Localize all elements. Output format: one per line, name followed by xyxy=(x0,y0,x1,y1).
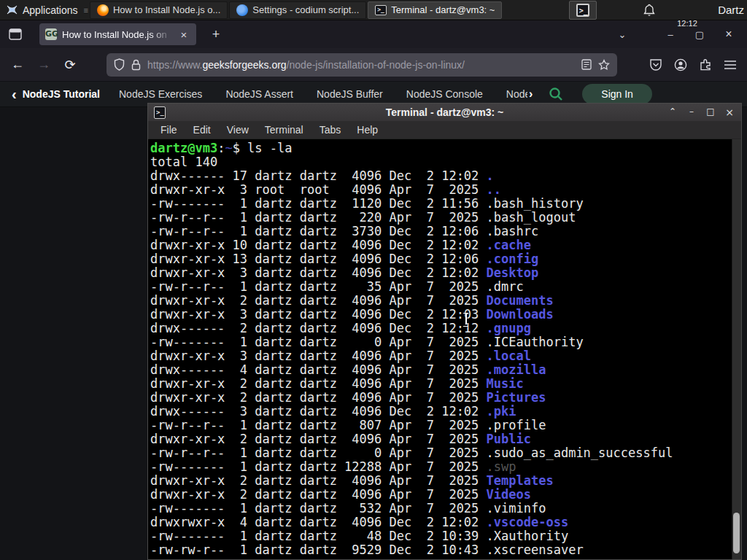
window-button-2[interactable]: >_Terminal - dartz@vm3: ~ xyxy=(368,1,502,19)
account-icon[interactable] xyxy=(674,58,687,71)
chevron-left-icon[interactable]: ‹ xyxy=(12,89,17,99)
terminal-icon: >_ xyxy=(375,5,387,15)
terminal-scrollbar[interactable] xyxy=(732,139,741,559)
terminal-content[interactable]: dartz@vm3:~$ ls -la total 140 drwx------… xyxy=(148,139,741,559)
forward-button[interactable]: → xyxy=(32,54,55,76)
text-cursor-pointer xyxy=(462,312,469,326)
new-tab-button[interactable]: + xyxy=(206,25,225,44)
chevron-right-icon[interactable]: › xyxy=(529,88,533,101)
terminal-window: >_ Terminal - dartz@vm3: ~ ⌃ – □ × FileE… xyxy=(147,103,742,560)
terminal-close-button[interactable]: × xyxy=(724,106,735,118)
firefox-view-icon[interactable] xyxy=(4,24,26,44)
terminal-menu-help[interactable]: Help xyxy=(350,122,384,137)
reload-button[interactable]: ⟳ xyxy=(58,54,82,76)
terminal-maximize-button[interactable]: □ xyxy=(705,106,716,118)
bookmark-star-icon[interactable] xyxy=(598,59,610,71)
site-nav-items: NodeJS ExercisesNodeJS AssertNodeJS Buff… xyxy=(119,88,527,100)
terminal-window-icon: >_ xyxy=(154,106,166,119)
terminal-menu-file[interactable]: File xyxy=(154,122,184,137)
menu-hamburger-icon[interactable] xyxy=(724,60,737,70)
nav-item-nodejs-tutorial[interactable]: ‹ NodeJS Tutorial xyxy=(12,88,100,100)
top-panel: Applications ≡ How to Install Node.js o.… xyxy=(0,0,747,20)
geeksforgeeks-favicon: GG xyxy=(45,28,57,40)
tab-close-icon[interactable]: × xyxy=(177,28,190,41)
firefox-icon xyxy=(97,4,109,16)
terminal-shade-button[interactable]: ⌃ xyxy=(667,106,678,118)
terminal-icon: >_ xyxy=(576,4,589,17)
xubuntu-logo-icon xyxy=(6,4,18,16)
window-button-list: How to Install Node.js o...Settings - co… xyxy=(89,1,503,19)
window-button-0[interactable]: How to Install Node.js o... xyxy=(90,1,228,19)
notification-bell-icon[interactable] xyxy=(643,4,655,17)
clock-time: 12:12 xyxy=(667,19,708,28)
vscodium-icon xyxy=(236,4,248,16)
firefox-tab-bar: GG How to Install Node.js on × + ⌄ – ▢ × xyxy=(0,20,747,48)
window-button-title: Settings - codium script... xyxy=(252,4,359,15)
reader-mode-icon[interactable] xyxy=(581,59,592,70)
window-button-title: Terminal - dartz@vm3: ~ xyxy=(391,4,495,15)
terminal-minimize-button[interactable]: – xyxy=(686,106,697,118)
panel-username: Dartz xyxy=(718,4,744,16)
search-icon[interactable] xyxy=(549,87,563,101)
applications-label: Applications xyxy=(23,4,78,16)
terminal-scrollbar-thumb[interactable] xyxy=(733,513,740,553)
terminal-menu-terminal[interactable]: Terminal xyxy=(258,122,310,137)
panel-handle: ≡ xyxy=(84,6,88,15)
window-button-1[interactable]: Settings - codium script... xyxy=(229,1,366,19)
lock-icon[interactable] xyxy=(131,59,141,71)
tab-how-to-install-nodejs[interactable]: GG How to Install Node.js on × xyxy=(39,23,196,45)
extensions-icon[interactable] xyxy=(699,58,712,71)
sign-in-button[interactable]: Sign In xyxy=(582,84,652,104)
nav-item-nodejs-crypto[interactable]: NodeJS Crypto xyxy=(506,88,527,100)
url-bar[interactable]: https://www.geeksforgeeks.org/node-js/in… xyxy=(107,53,617,77)
panel-clock[interactable]: 2025-12-02 12:12 xyxy=(667,0,708,45)
terminal-launcher-button[interactable]: >_ xyxy=(569,1,597,20)
terminal-menu-edit[interactable]: Edit xyxy=(187,122,217,137)
clock-date: 2025-12-02 xyxy=(667,0,708,1)
nav-item-nodejs-console[interactable]: NodeJS Console xyxy=(406,88,483,100)
terminal-title-bar[interactable]: >_ Terminal - dartz@vm3: ~ ⌃ – □ × xyxy=(148,104,741,121)
tracking-shield-icon[interactable] xyxy=(114,58,125,71)
terminal-menu-tabs[interactable]: Tabs xyxy=(313,122,348,137)
terminal-window-title: Terminal - dartz@vm3: ~ xyxy=(148,106,741,118)
url-text[interactable]: https://www.geeksforgeeks.org/node-js/in… xyxy=(147,59,575,71)
terminal-menu-view[interactable]: View xyxy=(220,122,255,137)
browser-close-button[interactable]: × xyxy=(719,25,738,44)
nav-item-nodejs-buffer[interactable]: NodeJS Buffer xyxy=(317,88,383,100)
tab-title: How to Install Node.js on xyxy=(62,29,172,40)
nav-item-nodejs-assert[interactable]: NodeJS Assert xyxy=(225,88,293,100)
window-button-title: How to Install Node.js o... xyxy=(113,4,220,15)
terminal-text: dartz@vm3:~$ ls -la total 140 drwx------… xyxy=(150,141,673,557)
list-all-tabs-icon[interactable]: ⌄ xyxy=(613,25,632,44)
back-button[interactable]: ← xyxy=(6,54,29,76)
pocket-icon[interactable] xyxy=(649,58,662,71)
nav-item-nodejs-exercises[interactable]: NodeJS Exercises xyxy=(119,88,202,100)
terminal-menu-bar: FileEditViewTerminalTabsHelp xyxy=(148,121,741,139)
firefox-nav-bar: ← → ⟳ https://www.geeksforgeeks.org/node… xyxy=(0,48,747,82)
applications-menu-button[interactable]: Applications xyxy=(0,0,84,20)
